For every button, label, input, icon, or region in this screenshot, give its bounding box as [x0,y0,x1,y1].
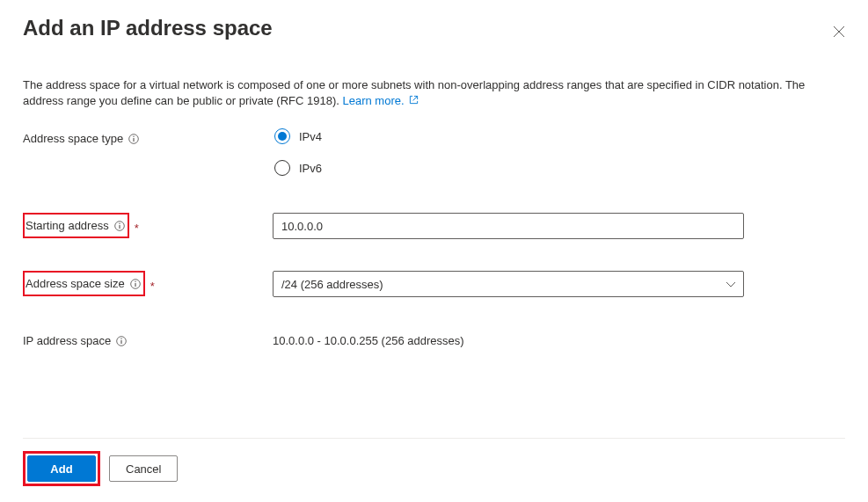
radio-unselected-icon [274,160,290,176]
svg-rect-2 [134,138,135,142]
add-button-highlight: Add [23,451,100,486]
ipv6-radio-label: IPv6 [299,162,322,175]
cancel-button[interactable]: Cancel [109,455,178,482]
svg-rect-11 [121,340,122,344]
svg-point-10 [121,338,122,338]
address-space-type-radiogroup: IPv4 IPv6 [273,127,744,176]
add-button[interactable]: Add [27,455,96,482]
ipv6-radio[interactable]: IPv6 [273,160,744,176]
info-icon[interactable] [130,279,141,289]
ipv4-radio-label: IPv4 [299,130,322,143]
address-space-size-highlight: Address space size [23,271,145,296]
required-indicator: * [150,280,155,293]
radio-selected-icon [274,128,290,144]
info-icon[interactable] [116,336,127,346]
address-space-type-label: Address space type [23,132,123,145]
page-title: Add an IP address space [23,16,273,40]
ip-address-space-label: IP address space [23,334,111,347]
info-icon[interactable] [114,221,125,231]
ip-address-space-value: 10.0.0.0 - 10.0.0.255 (256 addresses) [273,329,744,347]
address-space-size-value: /24 (256 addresses) [281,278,383,291]
address-space-size-label: Address space size [26,277,125,290]
svg-rect-8 [135,283,135,287]
ipv4-radio[interactable]: IPv4 [273,128,744,144]
info-icon[interactable] [128,134,139,144]
starting-address-label: Starting address [26,219,109,232]
svg-point-7 [135,280,135,281]
starting-address-highlight: Starting address [23,213,129,238]
footer: Add Cancel [23,438,845,486]
close-icon[interactable] [829,21,849,44]
starting-address-input[interactable] [273,213,744,239]
svg-rect-5 [119,225,120,229]
footer-separator [23,438,845,439]
svg-point-1 [133,135,134,136]
address-space-size-select[interactable]: /24 (256 addresses) [273,271,744,297]
svg-point-4 [119,222,120,223]
description-text: The address space for a virtual network … [23,77,828,109]
external-link-icon [409,93,418,102]
learn-more-link[interactable]: Learn more. [342,94,418,107]
required-indicator: * [135,222,139,235]
learn-more-label: Learn more. [342,94,404,107]
